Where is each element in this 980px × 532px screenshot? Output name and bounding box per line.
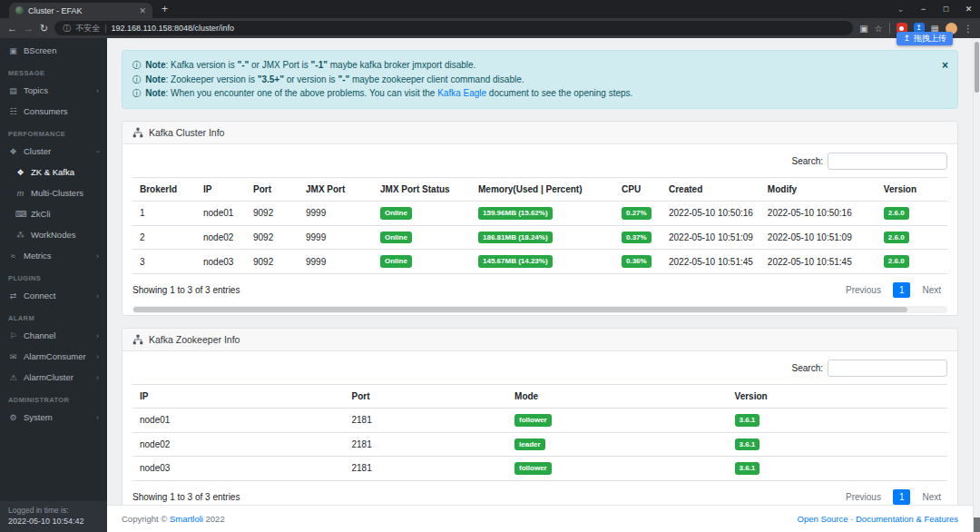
sidebar-item-bscreen[interactable]: ▣ BScreen <box>0 40 107 61</box>
memory-badge: 186.81MB (18.24%) <box>478 232 553 244</box>
sidebar-item-worknodes[interactable]: ⁂ WorkNodes <box>0 224 107 245</box>
chevron-right-icon: › <box>96 291 99 300</box>
tab-favicon <box>15 6 24 15</box>
cell-jmx-port: 9999 <box>299 225 373 250</box>
back-icon[interactable]: ← <box>7 23 17 34</box>
status-badge: Online <box>380 255 412 268</box>
column-header[interactable]: Port <box>246 178 299 202</box>
column-header[interactable]: Version <box>877 178 947 202</box>
column-header[interactable]: IP <box>196 178 246 202</box>
search-row: Search: <box>132 360 947 384</box>
sidebar-item-topics[interactable]: ▤ Topics › <box>0 80 107 101</box>
search-input[interactable] <box>828 153 947 170</box>
column-header[interactable]: BrokerId <box>132 178 196 202</box>
sidebar-item-alarmconsumer[interactable]: ✉ AlarmConsumer › <box>0 346 107 367</box>
column-header[interactable]: Mode <box>507 384 727 408</box>
version-badge: 2.6.0 <box>884 207 909 220</box>
horizontal-scrollbar[interactable] <box>132 306 947 313</box>
column-header[interactable]: JMX Port Status <box>373 178 471 202</box>
panel-title: Kafka Cluster Info <box>149 127 224 138</box>
column-header[interactable]: JMX Port <box>299 178 373 202</box>
cell-mode: follower <box>507 408 727 432</box>
search-label: Search: <box>792 156 823 166</box>
vertical-scrollbar[interactable] <box>973 38 980 532</box>
column-header[interactable]: CPU <box>614 178 662 202</box>
alert-notes: ⓘ Note: Kafka version is "-" or JMX Port… <box>122 50 958 109</box>
panel-body: Search: BrokerId IP Port JMX Port JMX Po… <box>122 144 957 313</box>
column-header[interactable]: Created <box>662 178 760 202</box>
pagination-next[interactable]: Next <box>916 282 947 298</box>
status-badge: Online <box>380 207 412 220</box>
address-bar[interactable]: ⓘ 不安全 | 192.168.110.158:8048/cluster/inf… <box>54 21 853 35</box>
maximize-button[interactable]: □ <box>935 5 957 14</box>
browser-tab[interactable]: Cluster - EFAK ✕ <box>9 3 152 18</box>
sidebar-item-channel[interactable]: ⚐ Channel › <box>0 325 107 346</box>
mode-badge: follower <box>514 462 552 475</box>
login-time-label: Logged in time is: <box>8 506 99 515</box>
smartloli-link[interactable]: Smartloli <box>170 514 203 524</box>
note-label: Note <box>145 74 165 84</box>
column-header[interactable]: Modify <box>760 178 877 202</box>
menu-kebab-icon[interactable]: ⋮ <box>964 24 973 34</box>
sidebar-item-cluster[interactable]: ❖ Cluster › <box>0 141 107 162</box>
table-row: 3 node03 9092 9999 Online 145.67MB (14.2… <box>132 250 947 274</box>
column-header[interactable]: Version <box>728 384 947 408</box>
cell-memory: 186.81MB (18.24%) <box>471 225 614 250</box>
alert-note-line: ⓘ Note: Kafka version is "-" or JMX Port… <box>132 58 930 73</box>
scrollbar-thumb[interactable] <box>133 307 907 312</box>
cell-modify: 2022-05-10 10:51:45 <box>760 250 877 274</box>
cell-ip: node03 <box>132 457 344 481</box>
envelope-icon: ✉ <box>8 352 18 361</box>
mode-badge: leader <box>514 438 545 451</box>
pagination-page-1[interactable]: 1 <box>893 489 911 505</box>
sidebar-item-label: System <box>24 412 53 422</box>
cell-cpu: 0.37% <box>614 225 662 250</box>
cell-jmx-port: 9999 <box>299 250 373 274</box>
sidebar-item-zk-kafka[interactable]: ❖ ZK & Kafka <box>0 162 107 182</box>
sidebar-item-system[interactable]: ⚙ System › <box>0 407 107 428</box>
pagination-previous[interactable]: Previous <box>839 489 887 505</box>
entries-info: Showing 1 to 3 of 3 entries <box>132 285 240 295</box>
sidebar-item-label: WorkNodes <box>31 230 75 240</box>
sidebar-item-label: Channel <box>24 330 55 340</box>
panel-title: Kafka Zookeeper Info <box>149 334 240 345</box>
forward-icon[interactable]: → <box>24 23 34 34</box>
column-header[interactable]: Memory(Used | Percent) <box>471 178 614 202</box>
close-button[interactable]: ✕ <box>957 5 980 14</box>
security-label: 不安全 <box>75 23 100 34</box>
search-input[interactable] <box>828 360 947 377</box>
chevron-right-icon: › <box>96 413 99 422</box>
pagination-next[interactable]: Next <box>916 489 947 505</box>
minimize-button[interactable]: − <box>912 5 935 14</box>
sidebar-item-label: Consumers <box>24 106 68 116</box>
gear-icon: ⚙ <box>8 413 18 422</box>
kafka-eagle-link[interactable]: Kafka Eagle <box>437 88 486 98</box>
sidebar-item-zkcli[interactable]: ⌨ ZkCli <box>0 203 107 224</box>
open-source-link[interactable]: Open Source <box>798 514 848 524</box>
tab-search-icon[interactable]: ⌄ <box>889 5 912 14</box>
side-panel-icon[interactable]: ▣ <box>859 24 867 34</box>
scrollbar-thumb[interactable] <box>975 42 979 93</box>
new-tab-button[interactable]: + <box>162 3 168 15</box>
pagination-previous[interactable]: Previous <box>839 282 887 298</box>
sidebar-item-label: Metrics <box>24 251 52 261</box>
sidebar-item-metrics[interactable]: ≈ Metrics › <box>0 245 107 266</box>
sidebar-item-label: ZK & Kafka <box>31 167 74 177</box>
consumers-icon: ☷ <box>8 107 18 116</box>
sidebar-item-consumers[interactable]: ☷ Consumers <box>0 101 107 122</box>
alert-close-icon[interactable]: × <box>942 57 948 74</box>
table-footer: Showing 1 to 3 of 3 entries Previous 1 N… <box>132 274 947 306</box>
reload-icon[interactable]: ↻ <box>40 23 48 34</box>
pagination-page-1[interactable]: 1 <box>893 282 911 298</box>
sidebar-item-alarmcluster[interactable]: ⚠ AlarmCluster › <box>0 367 107 388</box>
tab-close-icon[interactable]: ✕ <box>139 6 146 15</box>
sidebar-item-multi-clusters[interactable]: m Multi-Clusters <box>0 182 107 203</box>
sidebar-item-connect[interactable]: ⇄ Connect › <box>0 285 107 306</box>
column-header[interactable]: Port <box>344 384 507 408</box>
mode-badge: follower <box>514 414 552 427</box>
column-header[interactable]: IP <box>132 384 344 408</box>
docs-link[interactable]: Documentation & Features <box>856 514 958 524</box>
window-controls: ⌄ − □ ✕ <box>889 0 980 18</box>
bookmark-star-icon[interactable]: ☆ <box>875 24 883 34</box>
scrollbar-bottom[interactable] <box>974 517 980 532</box>
